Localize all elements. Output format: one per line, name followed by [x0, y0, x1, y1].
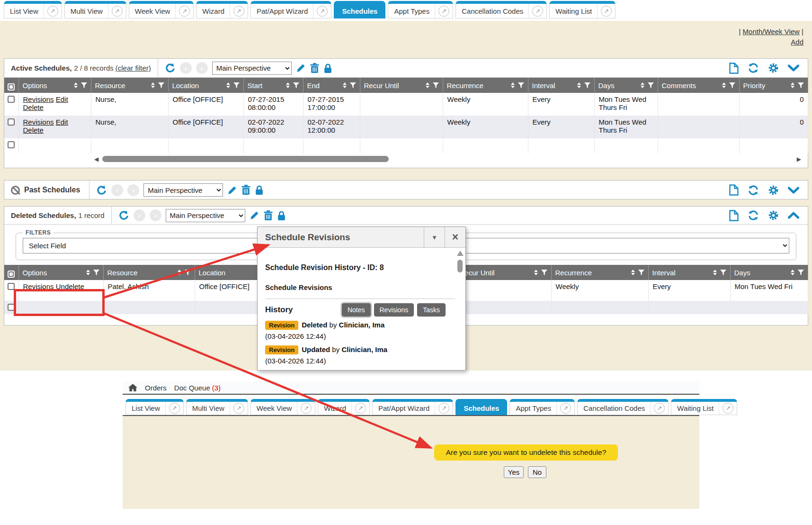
external-link-icon[interactable]: ↗	[532, 6, 543, 17]
yes-button[interactable]: Yes	[504, 466, 524, 478]
tab-list-view[interactable]: List View↗	[4, 1, 62, 18]
external-link-icon[interactable]: ↗	[169, 403, 180, 414]
refresh-icon[interactable]	[165, 63, 176, 73]
column-header-priority[interactable]: Priority	[739, 78, 808, 93]
external-link-icon[interactable]: ↗	[47, 6, 58, 17]
settings-gear-icon[interactable]	[768, 185, 779, 196]
edit-perspective-icon[interactable]	[227, 185, 237, 195]
column-header-days[interactable]: Days	[730, 265, 808, 280]
external-link-icon[interactable]: ↗	[654, 403, 665, 414]
delete-perspective-icon[interactable]	[310, 63, 319, 73]
lock-icon[interactable]	[255, 185, 264, 195]
row-checkbox[interactable]	[8, 118, 15, 126]
tasks-button[interactable]: Tasks	[417, 303, 446, 317]
tab-week-view[interactable]: Week View↗	[129, 1, 194, 18]
popup-menu-button[interactable]: ▾	[424, 227, 445, 247]
filter-icon[interactable]	[185, 270, 191, 275]
external-link-icon[interactable]: ↗	[179, 6, 190, 17]
scroll-right-arrow[interactable]: ▶	[797, 156, 801, 163]
delete-link[interactable]: Delete	[23, 103, 44, 111]
popup-scrollbar[interactable]	[456, 251, 464, 272]
tab-week-view[interactable]: Week View↗	[250, 399, 315, 415]
lock-icon[interactable]	[323, 63, 332, 73]
new-record-icon[interactable]	[729, 63, 739, 74]
tab-cancellation-codes[interactable]: Cancellation Codes↗	[455, 1, 547, 18]
reload-grid-icon[interactable]	[748, 63, 759, 73]
column-header-options[interactable]: Options	[18, 78, 91, 93]
tab-wizard[interactable]: Wizard↗	[318, 399, 370, 415]
column-header-location[interactable]: Location	[168, 78, 243, 93]
tab-pat-appt-wizard[interactable]: Pat/Appt Wizard↗	[250, 1, 331, 18]
external-link-icon[interactable]: ↗	[560, 403, 571, 414]
column-header-interval[interactable]: Interval	[648, 265, 730, 280]
home-icon[interactable]	[128, 384, 137, 391]
filter-icon[interactable]	[584, 82, 590, 88]
column-header-comments[interactable]: Comments	[658, 78, 739, 93]
sort-icon[interactable]	[791, 82, 794, 88]
nav-doc-queue[interactable]: Doc Queue(3)	[174, 384, 221, 392]
tab-multi-view[interactable]: Multi View↗	[186, 399, 248, 415]
scroll-left-arrow[interactable]: ◀	[94, 156, 98, 163]
sort-icon[interactable]	[641, 82, 644, 88]
external-link-icon[interactable]: ↗	[438, 403, 449, 414]
sort-icon[interactable]	[511, 82, 515, 88]
next-page-button[interactable]: ›	[196, 62, 208, 74]
sort-icon[interactable]	[722, 82, 726, 88]
new-record-icon[interactable]	[729, 210, 739, 221]
filter-icon[interactable]	[729, 82, 735, 88]
tab-wizard[interactable]: Wizard↗	[196, 1, 248, 18]
collapse-chevron-down-icon[interactable]	[788, 187, 799, 194]
column-header-end[interactable]: End	[303, 78, 360, 93]
prev-page-button[interactable]: ‹	[111, 184, 123, 196]
filter-icon[interactable]	[433, 82, 439, 88]
delete-perspective-icon[interactable]	[241, 185, 250, 195]
settings-gear-icon[interactable]	[768, 63, 779, 73]
filter-icon[interactable]	[293, 82, 299, 88]
scrollbar-thumb[interactable]	[457, 260, 463, 272]
sort-icon[interactable]	[178, 270, 181, 275]
column-header-recurrence[interactable]: Recurrence	[443, 78, 528, 93]
reload-grid-icon[interactable]	[748, 185, 759, 196]
edit-perspective-icon[interactable]	[296, 63, 306, 73]
column-header-interval[interactable]: Interval	[528, 78, 594, 93]
filter-icon[interactable]	[233, 82, 240, 88]
tab-pat-appt-wizard[interactable]: Pat/Appt Wizard↗	[372, 399, 453, 415]
column-header-resource[interactable]: Resource	[91, 78, 168, 93]
external-link-icon[interactable]: ↗	[112, 6, 123, 17]
lock-icon[interactable]	[277, 210, 286, 221]
row-checkbox[interactable]	[8, 96, 15, 103]
row-checkbox[interactable]	[8, 141, 15, 148]
external-link-icon[interactable]: ↗	[301, 403, 312, 414]
tab-appt-types[interactable]: Appt Types↗	[509, 399, 575, 415]
external-link-icon[interactable]: ↗	[317, 6, 328, 17]
perspective-select[interactable]: Main Perspective	[212, 62, 292, 75]
column-header-recur-until[interactable]: Recur Until	[455, 265, 551, 280]
sort-icon[interactable]	[86, 270, 90, 275]
refresh-icon[interactable]	[96, 185, 107, 196]
filter-icon[interactable]	[93, 270, 99, 275]
new-record-icon[interactable]	[729, 184, 739, 196]
sort-icon[interactable]	[226, 82, 230, 88]
filter-icon[interactable]	[638, 270, 644, 275]
tab-schedules[interactable]: Schedules	[334, 1, 385, 18]
close-button[interactable]: ×	[445, 227, 465, 247]
external-link-icon[interactable]: ↗	[601, 6, 612, 17]
add-link[interactable]: Add	[791, 38, 803, 46]
delete-link[interactable]: Delete	[23, 126, 44, 134]
collapse-chevron-down-icon[interactable]	[788, 64, 799, 72]
filter-icon[interactable]	[798, 82, 804, 88]
tab-waiting-list[interactable]: Waiting List↗	[671, 399, 737, 415]
filter-icon[interactable]	[720, 270, 726, 275]
edit-link[interactable]: Edit	[56, 95, 68, 103]
next-page-button[interactable]: ›	[150, 209, 161, 221]
column-header-start[interactable]: Start	[243, 78, 303, 93]
edit-link[interactable]: Edit	[56, 118, 68, 126]
sort-icon[interactable]	[74, 82, 78, 88]
tab-cancellation-codes[interactable]: Cancellation Codes↗	[577, 399, 669, 415]
sort-icon[interactable]	[151, 82, 155, 88]
column-header-recur-until[interactable]: Recur Until	[360, 78, 443, 93]
select-all-checkbox[interactable]	[8, 271, 15, 278]
revisions-button[interactable]: Revisions	[374, 303, 414, 317]
tab-waiting-list[interactable]: Waiting List↗	[549, 1, 616, 18]
sort-icon[interactable]	[286, 82, 290, 88]
